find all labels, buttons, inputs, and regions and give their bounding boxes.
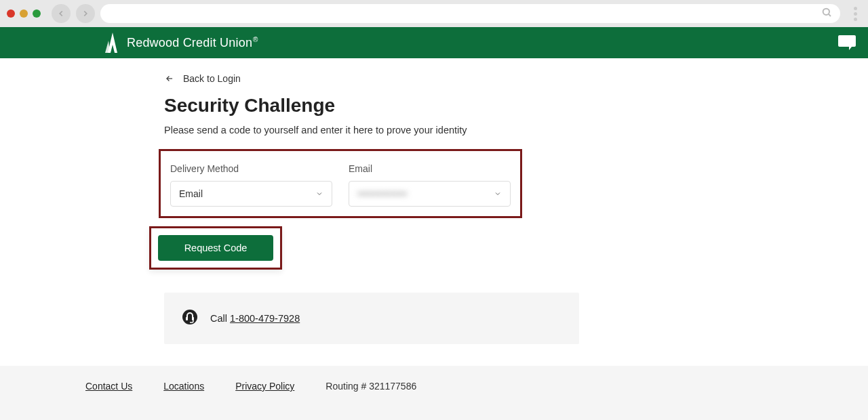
site-header: Redwood Credit Union® [0, 27, 868, 58]
chat-icon[interactable] [838, 35, 856, 50]
svg-rect-3 [192, 317, 194, 320]
browser-back-button[interactable] [52, 4, 71, 23]
routing-number: Routing # 321177586 [326, 381, 416, 392]
phone-link[interactable]: 1-800-479-7928 [230, 313, 300, 324]
chevron-down-icon [494, 190, 502, 198]
brand-logo-icon [105, 33, 120, 53]
delivery-method-select[interactable]: Email [170, 181, 332, 207]
email-select[interactable]: ••••••••••••••• [349, 181, 511, 207]
form-highlight-box: Delivery Method Email Email ••••••••••••… [159, 149, 522, 218]
back-link-label: Back to Login [183, 73, 241, 84]
main-content: Back to Login Security Challenge Please … [0, 58, 868, 344]
window-controls [7, 9, 41, 18]
footer-contact-link[interactable]: Contact Us [85, 381, 132, 392]
url-bar[interactable] [100, 4, 840, 23]
browser-forward-button[interactable] [76, 4, 95, 23]
site-footer: Contact Us Locations Privacy Policy Rout… [0, 366, 868, 420]
help-text: Call 1-800-479-7928 [210, 313, 300, 324]
footer-locations-link[interactable]: Locations [163, 381, 204, 392]
maximize-window-button[interactable] [33, 9, 41, 18]
email-value: ••••••••••••••• [357, 188, 408, 199]
delivery-method-value: Email [179, 188, 203, 199]
back-to-login-link[interactable]: Back to Login [164, 73, 241, 84]
chevron-down-icon [315, 190, 323, 198]
request-code-button[interactable]: Request Code [158, 235, 273, 261]
close-window-button[interactable] [7, 9, 15, 18]
svg-point-0 [823, 9, 829, 15]
headset-icon [182, 309, 198, 328]
page-title: Security Challenge [164, 95, 868, 117]
button-highlight-box: Request Code [149, 226, 282, 270]
page-subtitle: Please send a code to yourself and enter… [164, 125, 868, 135]
brand-name: Redwood Credit Union® [127, 36, 258, 50]
delivery-method-label: Delivery Method [170, 163, 332, 174]
browser-menu-button[interactable] [850, 7, 861, 21]
browser-chrome [0, 0, 868, 27]
brand: Redwood Credit Union® [105, 33, 258, 53]
arrow-left-icon [164, 74, 175, 83]
search-icon [821, 7, 832, 20]
minimize-window-button[interactable] [20, 9, 28, 18]
svg-rect-2 [186, 317, 188, 320]
help-bar: Call 1-800-479-7928 [164, 293, 579, 344]
footer-privacy-link[interactable]: Privacy Policy [235, 381, 294, 392]
email-label: Email [349, 163, 511, 174]
